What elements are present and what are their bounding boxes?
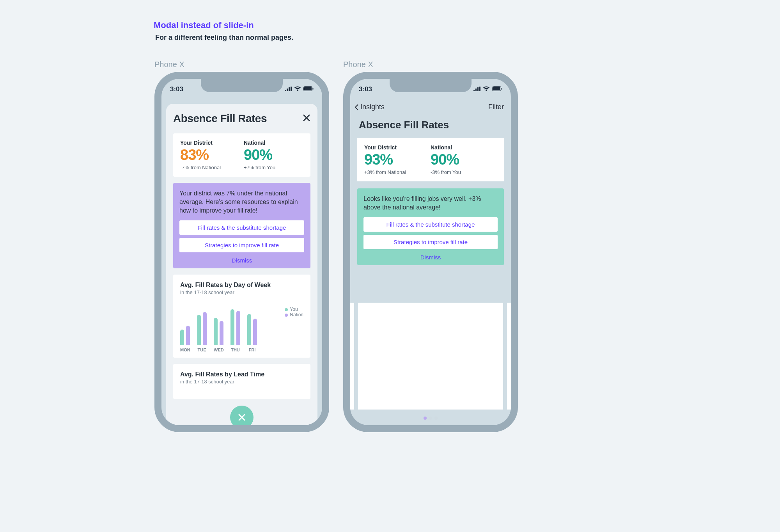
status-time: 3:03	[359, 85, 372, 93]
dismiss-button[interactable]: Dismiss	[363, 252, 498, 261]
stat-district-value: 93%	[364, 152, 431, 167]
legend-you: You	[290, 307, 298, 312]
chevron-left-icon	[354, 104, 359, 111]
phone-right: 3:03 Insights Filter Absence Fill Rates	[343, 72, 518, 432]
xtick: FRI	[247, 348, 257, 352]
bar-nation	[186, 326, 190, 345]
frame-label-right: Phone X	[343, 60, 373, 69]
nav-bar: Insights Filter	[350, 100, 511, 113]
stats-card: Your District 83% -7% from National Nati…	[173, 133, 310, 177]
close-icon[interactable]	[303, 113, 310, 124]
legend-dot-you	[285, 308, 288, 311]
svg-rect-13	[502, 88, 502, 90]
stat-district-sub: -7% from National	[180, 165, 240, 170]
bar-group	[214, 318, 223, 345]
carousel-card-prev[interactable]	[343, 303, 354, 410]
page-dot[interactable]	[429, 417, 432, 420]
bar-you	[230, 309, 234, 345]
svg-rect-8	[475, 89, 477, 91]
stat-district-label: Your District	[180, 140, 240, 146]
bar-nation	[236, 311, 240, 345]
legend-nation: Nation	[290, 312, 303, 317]
resource-link-2[interactable]: Strategies to improve fill rate	[363, 235, 498, 249]
wifi-icon	[294, 85, 301, 93]
stats-card: Your District 93% +3% from National Nati…	[357, 138, 504, 181]
battery-icon	[492, 85, 502, 93]
chart-legend: You Nation	[285, 307, 303, 317]
resource-link-2[interactable]: Strategies to improve fill rate	[179, 238, 304, 252]
chart-card-leadtime: Avg. Fill Rates by Lead Time in the 17-1…	[173, 364, 310, 399]
stat-district: Your District 93% +3% from National	[364, 144, 431, 175]
bar-group	[247, 314, 257, 345]
bar-group	[197, 312, 207, 345]
legend-dot-nation	[285, 314, 288, 317]
svg-rect-9	[477, 87, 479, 91]
bar-group	[180, 326, 190, 345]
device-notch	[390, 77, 472, 92]
info-box: Looks like you're filling jobs very well…	[357, 188, 504, 265]
chart-xaxis: MONTUEWEDTHUFRI	[180, 348, 303, 352]
page-dots	[424, 417, 438, 420]
stat-district-label: Your District	[364, 144, 431, 151]
frame-label-left: Phone X	[154, 60, 184, 69]
chart-title: Avg. Fill Rates by Day of Week	[180, 282, 303, 289]
bar-you	[247, 314, 251, 345]
bar-you	[197, 315, 201, 345]
svg-rect-5	[304, 87, 312, 90]
status-time: 3:03	[170, 85, 183, 93]
modal-title: Absence Fill Rates	[173, 112, 267, 125]
dismiss-button[interactable]: Dismiss	[179, 255, 304, 264]
floating-close-button[interactable]	[230, 406, 254, 429]
xtick: WED	[214, 348, 223, 352]
stat-national-value: 90%	[244, 147, 303, 162]
stat-national: National 90% +7% from You	[244, 140, 303, 170]
filter-button[interactable]: Filter	[488, 103, 504, 111]
svg-rect-12	[493, 87, 500, 90]
carousel-card-next[interactable]	[507, 303, 518, 410]
annotation-title: Modal instead of slide-in	[154, 20, 254, 30]
carousel-card-current[interactable]	[358, 303, 503, 410]
page-title: Absence Fill Rates	[350, 113, 511, 138]
xtick: THU	[230, 348, 240, 352]
chart-subtitle: in the 17-18 school year	[180, 289, 303, 295]
xtick: TUE	[197, 348, 207, 352]
stat-national-label: National	[431, 144, 497, 151]
svg-rect-3	[291, 87, 292, 91]
resource-link-1[interactable]: Fill rates & the substitute shortage	[179, 220, 304, 235]
device-notch	[201, 77, 283, 92]
carousel[interactable]	[350, 303, 511, 410]
stat-national: National 90% -3% from You	[431, 144, 497, 175]
bar-nation	[253, 319, 257, 345]
info-box: Your district was 7% under the national …	[173, 183, 310, 268]
phone-left: 3:03 Absence Fill Rates	[154, 72, 329, 432]
info-text: Your district was 7% under the national …	[179, 189, 304, 215]
back-label: Insights	[360, 103, 385, 111]
chart2-subtitle: in the 17-18 school year	[180, 379, 303, 385]
back-button[interactable]: Insights	[354, 103, 385, 111]
svg-rect-10	[479, 87, 480, 91]
chart-card-dayofweek: Avg. Fill Rates by Day of Week in the 17…	[173, 275, 310, 358]
bar-group	[230, 309, 240, 345]
xtick: MON	[180, 348, 190, 352]
stat-national-sub: +7% from You	[244, 165, 303, 170]
stat-district: Your District 83% -7% from National	[180, 140, 240, 170]
battery-icon	[303, 85, 314, 93]
svg-rect-7	[473, 90, 475, 91]
bar-you	[214, 318, 218, 345]
info-text: Looks like you're filling jobs very well…	[363, 195, 498, 212]
chart2-title: Avg. Fill Rates by Lead Time	[180, 371, 303, 378]
annotation-subtitle: For a different feeling than normal page…	[155, 34, 293, 42]
page-dot[interactable]	[434, 417, 438, 420]
bar-you	[180, 330, 184, 345]
svg-rect-1	[287, 89, 288, 91]
resource-link-1[interactable]: Fill rates & the substitute shortage	[363, 217, 498, 232]
bar-nation	[220, 321, 223, 345]
signal-icon	[285, 85, 292, 93]
svg-rect-6	[313, 88, 314, 90]
stat-district-sub: +3% from National	[364, 169, 431, 175]
stat-national-value: 90%	[431, 152, 497, 167]
page-dot[interactable]	[424, 417, 427, 420]
stat-national-label: National	[244, 140, 303, 146]
wifi-icon	[483, 85, 490, 93]
stat-national-sub: -3% from You	[431, 169, 497, 175]
